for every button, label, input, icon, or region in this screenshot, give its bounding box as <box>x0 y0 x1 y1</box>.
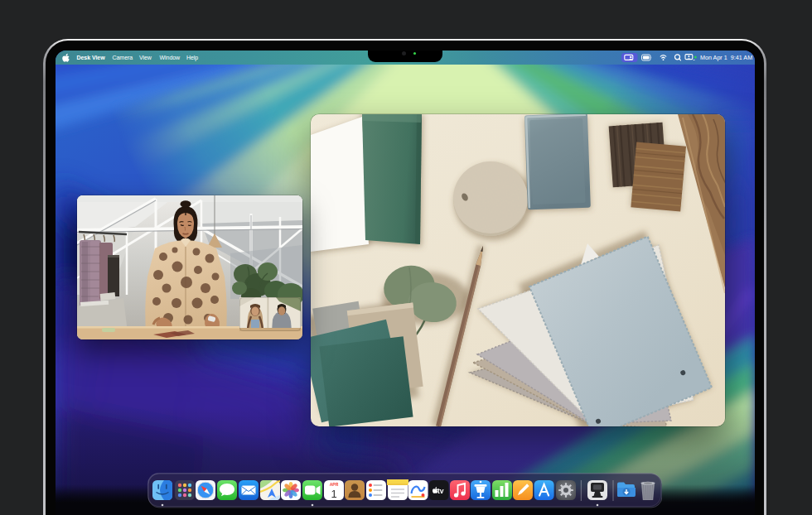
svg-text:1: 1 <box>331 488 336 500</box>
svg-text:tv: tv <box>437 487 444 495</box>
svg-text:APR: APR <box>330 482 339 487</box>
